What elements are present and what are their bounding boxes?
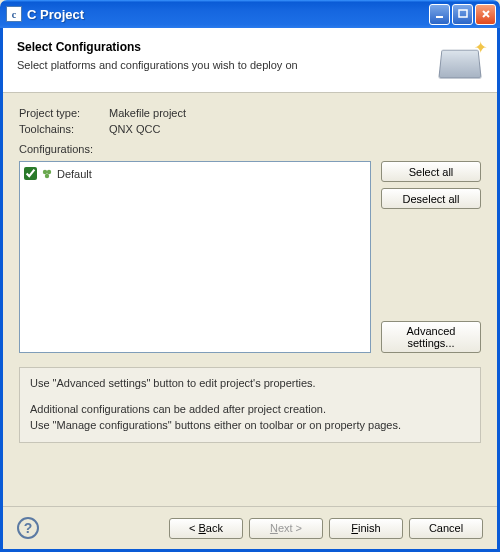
svg-point-2 — [43, 169, 47, 173]
advanced-settings-button[interactable]: Advanced settings... — [381, 321, 481, 353]
minimize-button[interactable] — [429, 4, 450, 25]
close-button[interactable] — [475, 4, 496, 25]
project-type-value: Makefile project — [109, 107, 186, 119]
back-button[interactable]: < Back — [169, 518, 243, 539]
cancel-button[interactable]: Cancel — [409, 518, 483, 539]
toolchains-label: Toolchains: — [19, 123, 109, 135]
title-bar: c C Project — [0, 0, 500, 28]
finish-button[interactable]: Finish — [329, 518, 403, 539]
wizard-banner-icon: ✦ — [440, 40, 485, 82]
select-all-button[interactable]: Select all — [381, 161, 481, 182]
toolchains-value: QNX QCC — [109, 123, 160, 135]
app-icon: c — [6, 6, 22, 22]
window-controls — [429, 4, 496, 25]
project-type-label: Project type: — [19, 107, 109, 119]
window-title: C Project — [27, 7, 429, 22]
dialog-body: Select Configurations Select platforms a… — [0, 28, 500, 552]
svg-point-3 — [47, 169, 51, 173]
configurations-list[interactable]: Default — [19, 161, 371, 353]
svg-point-4 — [45, 173, 49, 177]
content-area: Project type: Makefile project Toolchain… — [3, 93, 497, 506]
maximize-button[interactable] — [452, 4, 473, 25]
next-button: Next > — [249, 518, 323, 539]
config-label: Default — [57, 168, 92, 180]
page-subtitle: Select platforms and configurations you … — [17, 59, 432, 71]
svg-rect-0 — [436, 16, 443, 18]
info-text: Use "Advanced settings" button to edit p… — [30, 376, 470, 392]
config-checkbox[interactable] — [24, 167, 37, 180]
list-item[interactable]: Default — [24, 166, 366, 181]
page-title: Select Configurations — [17, 40, 432, 54]
configurations-label: Configurations: — [19, 143, 481, 155]
info-text: Use "Manage configurations" buttons eith… — [30, 419, 401, 431]
svg-rect-1 — [459, 10, 467, 17]
info-text: Additional configurations can be added a… — [30, 403, 326, 415]
info-panel: Use "Advanced settings" button to edit p… — [19, 367, 481, 443]
deselect-all-button[interactable]: Deselect all — [381, 188, 481, 209]
help-button[interactable]: ? — [17, 517, 39, 539]
button-bar: ? < Back Next > Finish Cancel — [3, 506, 497, 549]
wizard-header: Select Configurations Select platforms a… — [3, 28, 497, 93]
config-icon — [41, 168, 53, 180]
